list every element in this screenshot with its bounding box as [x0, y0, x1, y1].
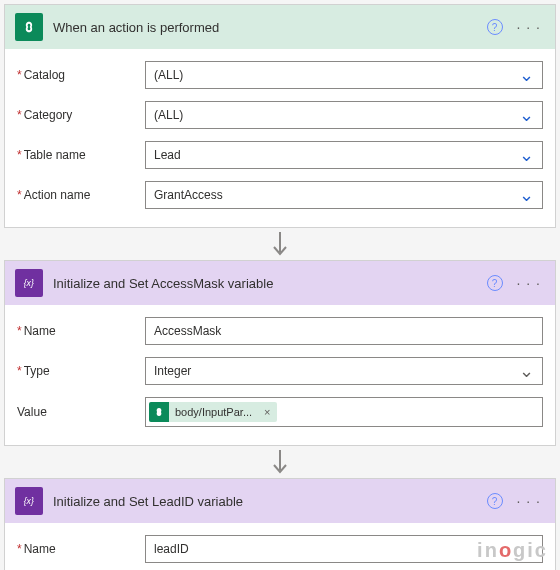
svg-text:{x}: {x}: [24, 496, 34, 506]
select-value: (ALL): [154, 108, 183, 122]
field-label: Value: [17, 405, 145, 419]
field-label: *Category: [17, 108, 145, 122]
field-row-action: *Action name GrantAccess ⌄: [17, 175, 543, 215]
more-menu-icon[interactable]: · · ·: [513, 493, 545, 509]
input-value: AccessMask: [154, 324, 221, 338]
card-title: When an action is performed: [53, 20, 477, 35]
arrow-down-icon: [4, 232, 556, 260]
chevron-down-icon: ⌄: [519, 106, 534, 124]
card-body: *Name leadID *Type String ⌄ Value body/I…: [5, 523, 555, 570]
name-input[interactable]: leadID: [145, 535, 543, 563]
token-remove-icon[interactable]: ×: [258, 406, 276, 418]
action-card-accessmask: {x} Initialize and Set AccessMask variab…: [4, 260, 556, 446]
dataverse-icon: [15, 13, 43, 41]
field-row-catalog: *Catalog (ALL) ⌄: [17, 55, 543, 95]
trigger-card: When an action is performed ? · · · *Cat…: [4, 4, 556, 228]
category-select[interactable]: (ALL) ⌄: [145, 101, 543, 129]
field-label: *Name: [17, 324, 145, 338]
token-text: body/InputPar...: [169, 406, 258, 418]
select-value: GrantAccess: [154, 188, 223, 202]
chevron-down-icon: ⌄: [519, 186, 534, 204]
card-body: *Name AccessMask *Type Integer ⌄ Value b…: [5, 305, 555, 445]
select-value: (ALL): [154, 68, 183, 82]
help-icon[interactable]: ?: [487, 275, 503, 291]
type-select[interactable]: Integer ⌄: [145, 357, 543, 385]
card-body: *Catalog (ALL) ⌄ *Category (ALL) ⌄ *Tabl…: [5, 49, 555, 227]
catalog-select[interactable]: (ALL) ⌄: [145, 61, 543, 89]
select-value: Integer: [154, 364, 191, 378]
field-label: *Type: [17, 364, 145, 378]
arrow-down-icon: [4, 450, 556, 478]
card-title: Initialize and Set LeadID variable: [53, 494, 477, 509]
help-icon[interactable]: ?: [487, 493, 503, 509]
value-input[interactable]: body/InputPar... ×: [145, 397, 543, 427]
action-select[interactable]: GrantAccess ⌄: [145, 181, 543, 209]
variable-icon: {x}: [15, 487, 43, 515]
variable-icon: {x}: [15, 269, 43, 297]
chevron-down-icon: ⌄: [519, 146, 534, 164]
field-row-category: *Category (ALL) ⌄: [17, 95, 543, 135]
field-label: *Catalog: [17, 68, 145, 82]
field-row-table: *Table name Lead ⌄: [17, 135, 543, 175]
field-label: *Table name: [17, 148, 145, 162]
field-row-value: Value body/InputPar... ×: [17, 391, 543, 433]
help-icon[interactable]: ?: [487, 19, 503, 35]
more-menu-icon[interactable]: · · ·: [513, 275, 545, 291]
card-header[interactable]: When an action is performed ? · · ·: [5, 5, 555, 49]
field-row-name: *Name AccessMask: [17, 311, 543, 351]
more-menu-icon[interactable]: · · ·: [513, 19, 545, 35]
card-title: Initialize and Set AccessMask variable: [53, 276, 477, 291]
svg-text:{x}: {x}: [24, 278, 34, 288]
field-label: *Name: [17, 542, 145, 556]
card-header[interactable]: {x} Initialize and Set LeadID variable ?…: [5, 479, 555, 523]
card-header[interactable]: {x} Initialize and Set AccessMask variab…: [5, 261, 555, 305]
dynamic-content-token[interactable]: body/InputPar... ×: [149, 402, 277, 422]
chevron-down-icon: ⌄: [519, 362, 534, 380]
field-row-type: *Type Integer ⌄: [17, 351, 543, 391]
chevron-down-icon: ⌄: [519, 66, 534, 84]
action-card-leadid: {x} Initialize and Set LeadID variable ?…: [4, 478, 556, 570]
dataverse-icon: [149, 402, 169, 422]
field-row-name: *Name leadID: [17, 529, 543, 569]
table-select[interactable]: Lead ⌄: [145, 141, 543, 169]
field-label: *Action name: [17, 188, 145, 202]
select-value: Lead: [154, 148, 181, 162]
name-input[interactable]: AccessMask: [145, 317, 543, 345]
input-value: leadID: [154, 542, 189, 556]
